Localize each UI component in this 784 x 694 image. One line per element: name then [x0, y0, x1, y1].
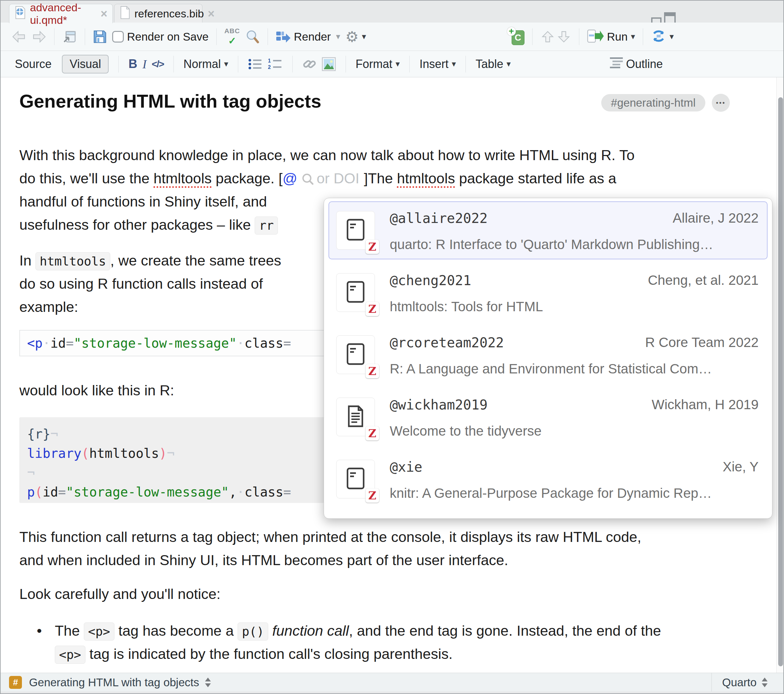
visual-editor-canvas[interactable]: Generating HTML with tag objects #genera…: [1, 77, 784, 673]
check-icon: ✓: [228, 36, 236, 46]
citation-title: R: A Language and Environment for Statis…: [390, 361, 759, 377]
scrollbar-thumb[interactable]: [778, 97, 783, 666]
outline-icon: [610, 57, 623, 71]
code-token: =: [283, 485, 291, 499]
book-icon: [346, 219, 365, 242]
settings-button[interactable]: ⚙ ▾: [345, 28, 366, 45]
tab-advanced-ui-qmd[interactable]: advanced-ui.qmd* ×: [9, 4, 113, 23]
paragraph-line: do this, we'll use the htmltools package…: [19, 169, 616, 188]
tab-title: advanced-ui.qmd*: [30, 1, 97, 26]
link-button[interactable]: [302, 57, 316, 71]
chevron-down-icon: ▾: [451, 59, 456, 69]
inline-code: <p>: [84, 622, 114, 641]
back-button[interactable]: [12, 30, 26, 43]
code-token: ·: [43, 336, 50, 350]
render-options-caret[interactable]: ▾: [336, 31, 340, 41]
image-button[interactable]: [322, 57, 336, 71]
zotero-badge: Z: [366, 426, 379, 441]
citation-author: Wickham, H 2019: [652, 397, 759, 413]
visual-mode-button[interactable]: Visual: [62, 55, 109, 74]
citation-entry-cheng2021[interactable]: Z @cheng2021 Cheng, et al. 2021 htmltool…: [328, 263, 768, 322]
citation-author: Xie, Y: [723, 459, 759, 475]
citation-at-marker: @: [283, 170, 298, 187]
spellcheck-button[interactable]: ABC ✓: [224, 27, 240, 46]
editor-toolbar: Render on Save ABC ✓ Render ▾ ⚙ ▾ C +: [1, 23, 784, 51]
file-icon: [120, 6, 130, 22]
citation-title: quarto: R Interface to 'Quarto' Markdown…: [390, 237, 759, 252]
citation-entry-xie[interactable]: Z @xie Xie, Y knitr: A General-Purpose P…: [328, 450, 768, 508]
render-icon: [276, 30, 290, 44]
reference-type-icon-box: Z: [336, 460, 375, 498]
citation-entry-rcoreteam2022[interactable]: Z @rcoreteam2022 R Core Team 2022 R: A L…: [328, 326, 768, 384]
citation-key: @cheng2021: [390, 273, 471, 288]
paragraph-line: handful of functions in Shiny itself, an…: [19, 192, 267, 211]
paragraph-line: would look like this in R:: [19, 381, 174, 400]
code-token: class: [244, 336, 283, 350]
code-token: (: [82, 446, 89, 461]
close-tab-icon[interactable]: ×: [100, 8, 107, 20]
code-token: id: [50, 336, 66, 350]
render-on-save-label: Render on Save: [127, 30, 209, 43]
insert-menu[interactable]: Insert▾: [419, 58, 456, 71]
render-on-save-checkbox[interactable]: Render on Save: [112, 30, 209, 43]
bold-button[interactable]: B: [128, 57, 137, 71]
citation-entry-wickham2019[interactable]: Z @wickham2019 Wickham, H 2019 Welcome t…: [328, 388, 768, 446]
run-button[interactable]: Run ▾: [587, 29, 635, 44]
bullet-marker: •: [37, 621, 42, 641]
find-replace-button[interactable]: [245, 29, 260, 44]
render-button[interactable]: Render: [276, 30, 331, 44]
section-selector-updown-icon[interactable]: [204, 677, 211, 688]
visual-editor-toolbar: Source Visual B I </> Normal▾ 12 Format▾…: [1, 51, 784, 77]
paragraph-line: In htmltools, we create the same trees: [19, 251, 281, 270]
save-button[interactable]: [93, 30, 107, 44]
chevron-down-icon: ▾: [224, 59, 228, 69]
svg-text:2: 2: [268, 64, 271, 70]
code-token: <p: [27, 336, 43, 350]
source-mode-button[interactable]: Source: [15, 58, 51, 71]
checkbox-unchecked[interactable]: [112, 31, 124, 43]
numbered-list-button[interactable]: 12: [268, 58, 283, 70]
settings-caret-icon: ▾: [362, 31, 366, 41]
bullet-list-button[interactable]: [248, 58, 263, 70]
close-tab-icon[interactable]: ×: [208, 8, 214, 20]
format-menu[interactable]: Format▾: [356, 58, 400, 71]
paragraph-line: This function call returns a tag object;…: [19, 528, 641, 547]
forward-button[interactable]: [31, 30, 46, 43]
citation-key: @rcoreteam2022: [390, 335, 504, 350]
section-options-button[interactable]: •••: [712, 94, 730, 112]
citation-key: @wickham2019: [390, 397, 488, 413]
outline-toggle[interactable]: Outline: [610, 57, 663, 71]
rerun-button[interactable]: ▾: [651, 29, 674, 44]
code-token: ,: [229, 485, 237, 499]
reference-type-icon-box: Z: [336, 273, 375, 312]
code-token: ¬: [50, 427, 58, 441]
current-section-selector[interactable]: Generating HTML with tag objects: [29, 676, 199, 689]
table-menu[interactable]: Table▾: [476, 58, 511, 71]
jump-previous-button[interactable]: [540, 29, 553, 44]
gear-icon: ⚙: [345, 28, 359, 45]
code-token: ): [159, 446, 167, 461]
rstudio-source-pane: advanced-ui.qmd* × references.bib × R: [0, 0, 784, 694]
citation-placeholder: or DOI: [316, 170, 359, 187]
open-in-new-window-button[interactable]: [62, 30, 77, 44]
jump-next-button[interactable]: [558, 29, 571, 44]
code-token: {r}: [27, 427, 50, 441]
citation-author: Allaire, J 2022: [673, 211, 759, 226]
citation-author: Cheng, et al. 2021: [648, 273, 759, 288]
citation-entry-allaire2022[interactable]: Z @allaire2022 Allaire, J 2022 quarto: R…: [328, 201, 768, 259]
paragraph-style-dropdown[interactable]: Normal▾: [183, 58, 228, 71]
insert-chunk-button[interactable]: C +: [508, 28, 524, 45]
code-token: =: [283, 336, 291, 350]
citation-title: htmltools: Tools for HTML: [390, 299, 759, 314]
code-token: ·: [237, 336, 244, 350]
tab-references-bib[interactable]: references.bib ×: [114, 4, 203, 23]
editor-scrollbar[interactable]: [776, 77, 784, 673]
document-type-selector[interactable]: Quarto: [712, 673, 779, 691]
list-item-line: <p> tag is indicated by the function cal…: [55, 645, 453, 664]
code-token: (: [35, 485, 43, 499]
code-token: ·: [237, 485, 244, 499]
inline-code-button[interactable]: </>: [152, 59, 164, 70]
reference-type-icon-box: Z: [336, 398, 375, 436]
paragraph-line: usefulness for other packages – like rr: [19, 215, 278, 235]
italic-button[interactable]: I: [142, 57, 147, 71]
